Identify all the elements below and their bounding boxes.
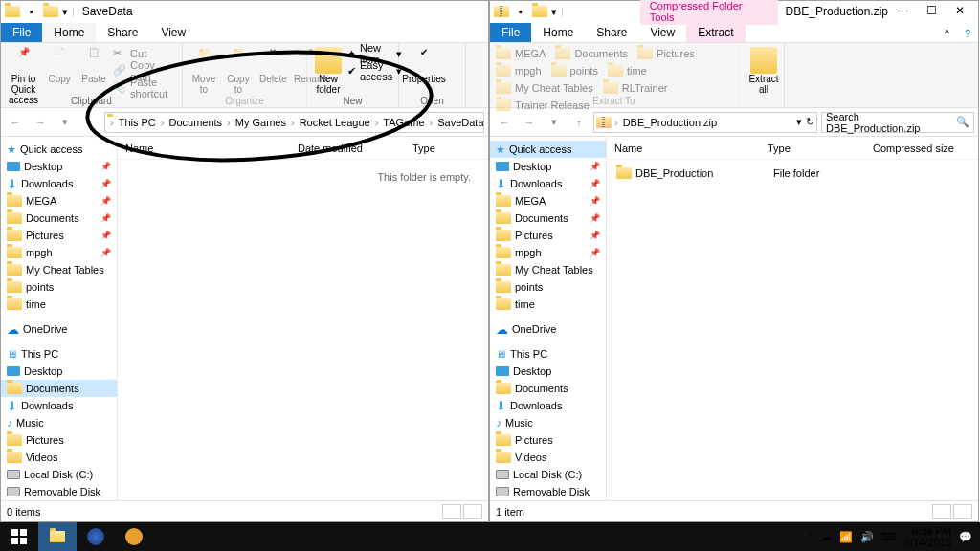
nav-points[interactable]: points <box>490 278 606 296</box>
tab-file[interactable]: File <box>490 23 531 42</box>
tab-share[interactable]: Share <box>585 23 638 42</box>
address-box[interactable]: ›This PC ›Documents ›My Games ›Rocket Le… <box>104 112 484 133</box>
system-tray[interactable]: ^ ☁ 📶 🔊 ⌨ 6:34 PM 9/14/2015 💬 <box>801 525 980 548</box>
list-item[interactable]: DBE_Production File folder <box>614 165 970 181</box>
taskbar-firefox[interactable] <box>77 522 115 551</box>
nav-pc-documents[interactable]: Documents <box>490 380 606 397</box>
recent-dropdown[interactable]: ▾ <box>544 112 565 133</box>
tray-time[interactable]: 6:34 PM <box>904 525 951 537</box>
nav-mega[interactable]: MEGA📌 <box>1 192 117 209</box>
nav-documents[interactable]: Documents📌 <box>1 209 117 227</box>
copyto-button[interactable]: 📁Copy to <box>221 45 256 97</box>
crumb-rocketleague[interactable]: Rocket League <box>298 117 372 128</box>
nav-pane[interactable]: ★Quick access Desktop📌 ⬇Downloads📌 MEGA📌… <box>1 137 118 500</box>
nav-thispc[interactable]: 🖥This PC <box>490 345 606 363</box>
crumb-documents[interactable]: Documents <box>167 117 224 128</box>
easyaccess-button[interactable]: ✔Easy access▾ <box>345 62 404 79</box>
nav-time[interactable]: time <box>490 296 606 313</box>
taskbar-app[interactable] <box>115 522 153 551</box>
qat-properties-icon[interactable]: ▪ <box>24 4 39 19</box>
nav-pc-downloads[interactable]: ⬇Downloads <box>1 397 117 414</box>
nav-mega[interactable]: MEGA📌 <box>490 192 606 209</box>
tray-notifications-icon[interactable]: 💬 <box>959 531 972 543</box>
nav-pc-downloads[interactable]: ⬇Downloads <box>490 397 606 414</box>
properties-button[interactable]: ✔Properties <box>403 45 445 86</box>
nav-points[interactable]: points <box>1 278 117 296</box>
tray-overflow-icon[interactable]: ^ <box>809 531 813 542</box>
help-icon[interactable]: ? <box>957 25 978 42</box>
nav-pictures[interactable]: Pictures📌 <box>490 227 606 244</box>
file-list[interactable]: DBE_Production File folder <box>607 160 978 500</box>
qat-newfolder-icon[interactable] <box>532 4 547 19</box>
dest-mega[interactable]: MEGA <box>494 45 547 62</box>
view-icons-button[interactable] <box>463 504 482 519</box>
qat-dropdown-icon[interactable]: ▾ <box>62 6 68 18</box>
back-button[interactable]: ← <box>494 112 515 133</box>
up-button[interactable]: ↑ <box>568 112 590 133</box>
addr-dropdown-icon[interactable]: ▾ <box>796 116 802 128</box>
nav-pc-videos[interactable]: Videos <box>1 449 117 466</box>
nav-cheat-tables[interactable]: My Cheat Tables <box>490 261 606 278</box>
col-date[interactable]: Date modified <box>290 143 405 154</box>
maximize-button[interactable]: ☐ <box>917 2 946 21</box>
close-button[interactable]: ✕ <box>946 2 974 21</box>
qat-properties-icon[interactable]: ▪ <box>513 4 528 19</box>
start-button[interactable] <box>0 522 38 551</box>
nav-downloads[interactable]: ⬇Downloads📌 <box>1 175 117 192</box>
ribbon-collapse-icon[interactable]: ^ <box>937 25 957 42</box>
paste-shortcut-button[interactable]: 📎Paste shortcut <box>111 79 178 97</box>
nav-pc-desktop[interactable]: Desktop <box>1 363 117 380</box>
col-name[interactable]: Name <box>607 143 760 154</box>
nav-pc-music[interactable]: ♪Music <box>1 414 117 431</box>
nav-quick-access[interactable]: ★Quick access <box>1 141 117 158</box>
nav-mpgh[interactable]: mpgh📌 <box>490 244 606 261</box>
dest-time[interactable]: time <box>606 62 649 79</box>
titlebar[interactable]: ▪ ▾ | SaveData <box>1 1 488 22</box>
nav-pane[interactable]: ★Quick access Desktop📌 ⬇Downloads📌 MEGA📌… <box>490 137 607 500</box>
titlebar[interactable]: ▪ ▾ | Compressed Folder Tools DBE_Produc… <box>490 1 978 22</box>
newfolder-button[interactable]: New folder <box>311 45 345 97</box>
tab-share[interactable]: Share <box>96 23 149 42</box>
view-details-button[interactable] <box>932 504 951 519</box>
nav-documents[interactable]: Documents📌 <box>490 209 606 227</box>
nav-pc-music[interactable]: ♪Music <box>490 414 606 431</box>
up-button[interactable]: ↑ <box>79 112 100 133</box>
nav-quick-access[interactable]: ★Quick access <box>490 141 606 158</box>
nav-mpgh[interactable]: mpgh📌 <box>1 244 117 261</box>
dest-points[interactable]: points <box>549 62 600 79</box>
nav-pc-removable[interactable]: Removable Disk <box>1 483 117 500</box>
tab-view[interactable]: View <box>638 23 686 42</box>
dest-documents[interactable]: Documents <box>553 45 630 62</box>
col-csize[interactable]: Compressed size <box>865 143 970 154</box>
tray-input-icon[interactable]: ⌨ <box>881 531 897 543</box>
nav-pc-pictures[interactable]: Pictures <box>490 431 606 449</box>
column-headers[interactable]: Name Type Compressed size <box>607 137 978 160</box>
col-name[interactable]: Name <box>118 143 290 154</box>
back-button[interactable]: ← <box>5 112 26 133</box>
nav-onedrive[interactable]: ☁OneDrive <box>490 320 606 338</box>
nav-onedrive[interactable]: ☁OneDrive <box>1 320 117 338</box>
search-box[interactable]: Search DBE_Production.zip 🔍 <box>821 112 974 133</box>
tab-home[interactable]: Home <box>42 23 96 42</box>
crumb-thispc[interactable]: This PC <box>117 117 158 128</box>
forward-button[interactable]: → <box>519 112 540 133</box>
tray-date[interactable]: 9/14/2015 <box>904 537 951 548</box>
col-type[interactable]: Type <box>760 143 865 154</box>
view-icons-button[interactable] <box>953 504 972 519</box>
delete-button[interactable]: ✖Delete <box>256 45 291 97</box>
dest-mpgh[interactable]: mpgh <box>494 62 544 79</box>
tab-file[interactable]: File <box>1 23 42 42</box>
taskbar[interactable]: ^ ☁ 📶 🔊 ⌨ 6:34 PM 9/14/2015 💬 <box>0 522 980 551</box>
tab-home[interactable]: Home <box>531 23 585 42</box>
nav-pc-localdisk[interactable]: Local Disk (C:) <box>490 466 606 483</box>
nav-pc-videos[interactable]: Videos <box>490 449 606 466</box>
nav-pc-desktop[interactable]: Desktop <box>490 363 606 380</box>
nav-pc-documents[interactable]: Documents <box>1 380 117 397</box>
nav-thispc[interactable]: 🖥This PC <box>1 345 117 363</box>
tray-onedrive-icon[interactable]: ☁ <box>821 531 832 543</box>
nav-downloads[interactable]: ⬇Downloads📌 <box>490 175 606 192</box>
taskbar-explorer[interactable] <box>38 522 77 551</box>
crumb-tagame[interactable]: TAGame <box>381 117 426 128</box>
tray-network-icon[interactable]: 📶 <box>839 531 853 543</box>
tab-extract[interactable]: Extract <box>686 23 745 42</box>
